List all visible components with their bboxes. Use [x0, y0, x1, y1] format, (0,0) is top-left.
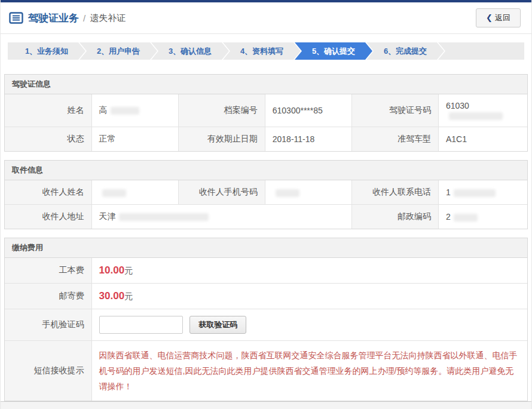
breadcrumb-service-title[interactable]: 驾驶证业务 — [28, 11, 79, 25]
step-tab-2: 2、用户申告 — [80, 42, 157, 60]
fees-table: 工本费 10.00元 邮寄费 30.00元 手机验证码 获取验证码 短信接收提示 — [5, 258, 527, 401]
footer-action-bar: 上一步 完成 — [1, 401, 531, 409]
get-sms-code-button[interactable]: 获取验证码 — [189, 316, 246, 334]
license-info-table: 姓名 高 档案编号 610300****85 驾驶证号码 61030 状态 正常… — [5, 94, 527, 151]
table-row: 状态 正常 有效期止日期 2018-11-18 准驾车型 A1C1 — [5, 127, 527, 152]
redacted-value — [454, 214, 478, 222]
list-icon — [9, 12, 23, 24]
postcode-value: 2 — [438, 205, 527, 229]
fee-unit: 元 — [124, 291, 133, 301]
redacted-value — [276, 189, 299, 197]
name-value: 高 — [91, 94, 178, 127]
license-section-title: 驾驶证信息 — [5, 75, 527, 94]
table-row: 短信接收提示 因陕西省联通、电信运营商技术问题，陕西省互联网交通安全综合服务管理… — [5, 341, 527, 401]
postage-fee-amount: 30.00 — [99, 290, 125, 302]
sms-notice-label: 短信接收提示 — [5, 341, 91, 401]
license-no-value: 61030 — [438, 94, 527, 127]
name-label: 姓名 — [5, 94, 91, 127]
back-chevron-icon: ❮ — [486, 13, 493, 22]
postcode-label: 邮政编码 — [351, 205, 438, 229]
recipient-name-value — [91, 180, 178, 205]
breadcrumb-current-page: 遗失补证 — [90, 13, 126, 24]
breadcrumb-separator: / — [83, 13, 85, 23]
sms-code-cell: 获取验证码 — [91, 309, 527, 341]
production-fee-value: 10.00元 — [91, 258, 527, 284]
production-fee-label: 工本费 — [5, 258, 91, 284]
redacted-value — [454, 189, 496, 197]
table-row: 收件人姓名 收件人手机号码 收件人联系电话 1 — [5, 180, 527, 205]
fee-unit: 元 — [124, 266, 133, 275]
vehicle-class-value: A1C1 — [438, 127, 527, 152]
redacted-value — [102, 189, 126, 197]
file-no-value: 610300****85 — [265, 94, 351, 127]
table-row: 邮寄费 30.00元 — [5, 284, 527, 309]
step-tab-1: 1、业务须知 — [8, 42, 85, 60]
expiry-label: 有效期止日期 — [178, 127, 265, 152]
recipient-address-value: 天津 — [91, 205, 351, 229]
recipient-phone-label: 收件人联系电话 — [351, 180, 438, 205]
page: 驾驶证业务 / 遗失补证 ❮返回 1、业务须知 2、用户申告 3、确认信息 4、… — [0, 0, 532, 409]
pickup-info-table: 收件人姓名 收件人手机号码 收件人联系电话 1 收件人地址 天津 邮政编码 2 — [5, 180, 527, 229]
page-header: 驾驶证业务 / 遗失补证 ❮返回 — [1, 2, 531, 34]
recipient-address-label: 收件人地址 — [5, 205, 91, 229]
license-info-section: 驾驶证信息 姓名 高 档案编号 610300****85 驾驶证号码 61030… — [4, 74, 528, 152]
redacted-value — [111, 107, 139, 115]
step-tab-3: 3、确认信息 — [151, 42, 229, 60]
steps-filler — [438, 42, 524, 60]
expiry-value: 2018-11-18 — [265, 127, 351, 152]
back-label: 返回 — [495, 13, 510, 22]
license-no-label: 驾驶证号码 — [351, 94, 438, 127]
fees-section-title: 缴纳费用 — [5, 238, 527, 258]
table-row: 姓名 高 档案编号 610300****85 驾驶证号码 61030 — [5, 94, 527, 127]
vehicle-class-label: 准驾车型 — [351, 127, 438, 152]
status-label: 状态 — [5, 127, 91, 152]
pickup-info-section: 取件信息 收件人姓名 收件人手机号码 收件人联系电话 1 收件人地址 天津 邮政… — [4, 160, 528, 229]
recipient-mobile-label: 收件人手机号码 — [178, 180, 265, 205]
sms-notice-text: 因陕西省联通、电信运营商技术问题，陕西省互联网交通安全综合服务管理平台无法向持陕… — [91, 341, 527, 401]
step-tab-4: 4、资料填写 — [223, 42, 301, 60]
postage-fee-value: 30.00元 — [91, 284, 527, 309]
table-row: 收件人地址 天津 邮政编码 2 — [5, 205, 527, 229]
redacted-value — [119, 213, 209, 221]
table-row: 手机验证码 获取验证码 — [5, 309, 527, 341]
status-value: 正常 — [91, 127, 178, 152]
step-tab-5-active: 5、确认提交 — [295, 42, 372, 60]
postage-fee-label: 邮寄费 — [5, 284, 91, 309]
file-no-label: 档案编号 — [178, 94, 265, 127]
fees-section: 缴纳费用 工本费 10.00元 邮寄费 30.00元 手机验证码 获取验证码 — [4, 238, 528, 401]
table-row: 工本费 10.00元 — [5, 258, 527, 284]
main-content: 1、业务须知 2、用户申告 3、确认信息 4、资料填写 5、确认提交 6、完成提… — [1, 34, 531, 401]
step-tab-6: 6、完成提交 — [366, 42, 444, 60]
redacted-value — [449, 112, 503, 120]
sms-code-label: 手机验证码 — [5, 309, 91, 341]
pickup-section-title: 取件信息 — [5, 161, 527, 180]
recipient-phone-value: 1 — [438, 180, 527, 205]
back-button[interactable]: ❮返回 — [476, 8, 521, 27]
recipient-mobile-value — [265, 180, 351, 205]
sms-code-input[interactable] — [99, 316, 183, 334]
wizard-steps: 1、业务须知 2、用户申告 3、确认信息 4、资料填写 5、确认提交 6、完成提… — [8, 42, 524, 60]
recipient-name-label: 收件人姓名 — [5, 180, 91, 205]
production-fee-amount: 10.00 — [99, 265, 125, 276]
